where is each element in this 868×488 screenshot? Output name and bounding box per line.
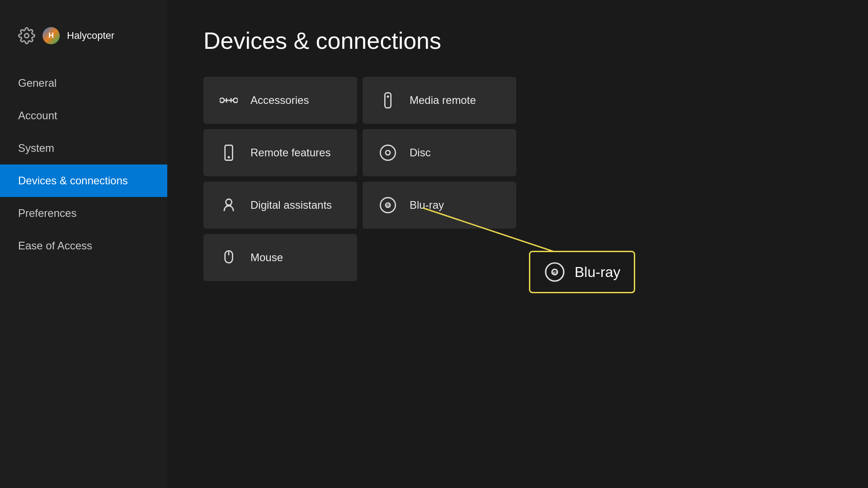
main-content: Devices & connections Accessories Media … (167, 0, 868, 488)
sidebar-item-preferences[interactable]: Preferences (0, 197, 167, 230)
media-remote-label: Media remote (410, 94, 476, 107)
avatar: H (42, 27, 60, 44)
svg-point-5 (380, 145, 395, 160)
svg-rect-1 (385, 93, 391, 108)
remote-features-icon (220, 144, 238, 162)
sidebar-item-system[interactable]: System (0, 132, 167, 164)
remote-features-label: Remote features (250, 146, 330, 159)
page-title: Devices & connections (203, 27, 832, 54)
grid-item-accessories[interactable]: Accessories (203, 77, 357, 124)
grid-item-remote-features[interactable]: Remote features (203, 129, 357, 176)
grid-item-disc[interactable]: Disc (363, 129, 516, 176)
svg-text:HD: HD (386, 204, 390, 207)
accessories-label: Accessories (250, 94, 309, 107)
digital-assistants-label: Digital assistants (250, 199, 332, 211)
gear-icon (18, 27, 35, 44)
sidebar-item-devices-connections[interactable]: Devices & connections (0, 164, 167, 197)
sidebar-username: Halycopter (67, 30, 114, 42)
blu-ray-label: Blu-ray (410, 199, 444, 211)
svg-point-0 (24, 33, 29, 38)
sidebar: H Halycopter General Account System Devi… (0, 0, 167, 488)
svg-point-7 (226, 199, 231, 205)
digital-assistants-icon (220, 196, 238, 214)
mouse-icon (220, 249, 238, 267)
disc-icon (379, 144, 397, 162)
grid: Accessories Media remote Remote features (203, 77, 832, 281)
disc-label: Disc (410, 146, 431, 159)
grid-item-blu-ray[interactable]: HD Blu-ray (363, 182, 516, 229)
blu-ray-icon: HD (379, 196, 397, 214)
grid-item-mouse[interactable]: Mouse (203, 234, 357, 281)
sidebar-item-general[interactable]: General (0, 67, 167, 99)
sidebar-item-ease-of-access[interactable]: Ease of Access (0, 230, 167, 262)
media-remote-icon (379, 91, 397, 109)
sidebar-header: H Halycopter (0, 18, 167, 67)
mouse-label: Mouse (250, 251, 283, 264)
accessories-icon (220, 91, 238, 109)
grid-item-digital-assistants[interactable]: Digital assistants (203, 182, 357, 229)
sidebar-nav: General Account System Devices & connect… (0, 67, 167, 262)
svg-point-6 (386, 150, 390, 155)
sidebar-item-account[interactable]: Account (0, 99, 167, 132)
grid-item-media-remote[interactable]: Media remote (363, 77, 516, 124)
